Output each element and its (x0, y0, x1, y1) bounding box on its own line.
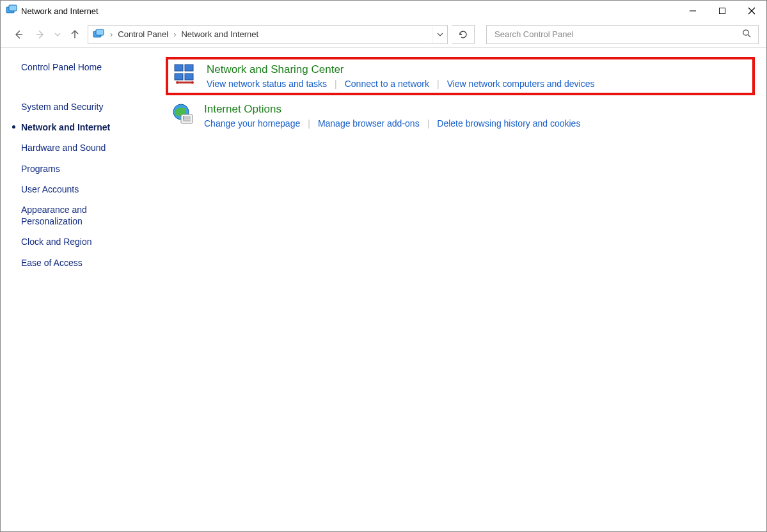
panel-network-sharing-center: Network and Sharing Center View network … (166, 57, 755, 95)
control-panel-icon (6, 4, 17, 18)
task-change-homepage[interactable]: Change your homepage (204, 118, 300, 129)
panel-title-network-sharing[interactable]: Network and Sharing Center (207, 63, 344, 76)
task-view-computers[interactable]: View network computers and devices (447, 79, 595, 89)
link-separator: | (327, 79, 345, 89)
sidebar-item-system-security[interactable]: System and Security (21, 97, 146, 117)
breadcrumb-sep-icon: › (168, 29, 181, 39)
task-view-network-status[interactable]: View network status and tasks (207, 79, 327, 89)
link-separator: | (300, 118, 318, 129)
toolbar: › Control Panel › Network and Internet (1, 21, 766, 48)
breadcrumb-sep-icon: › (105, 29, 118, 39)
link-separator: | (429, 79, 447, 89)
sidebar-item-clock-region[interactable]: Clock and Region (21, 231, 146, 252)
breadcrumb-item[interactable]: Network and Internet (181, 29, 258, 39)
address-dropdown[interactable] (432, 26, 447, 43)
breadcrumb-item[interactable]: Control Panel (118, 29, 168, 39)
svg-rect-15 (175, 74, 183, 80)
location-icon (92, 28, 105, 41)
network-sharing-icon (173, 63, 198, 88)
task-delete-history[interactable]: Delete browsing history and cookies (437, 118, 580, 129)
svg-point-19 (191, 81, 194, 84)
window-title: Network and Internet (21, 6, 678, 16)
sidebar-category-list: System and Security Network and Internet… (21, 97, 146, 273)
search-icon[interactable] (742, 29, 752, 40)
search-box[interactable] (486, 25, 759, 44)
sidebar-item-appearance[interactable]: Appearance and Personalization (21, 199, 146, 231)
sidebar-item-network-internet[interactable]: Network and Internet (21, 117, 146, 137)
content-area: Network and Sharing Center View network … (159, 48, 766, 531)
sidebar: Control Panel Home System and Security N… (1, 48, 159, 531)
panel-title-internet-options[interactable]: Internet Options (204, 103, 281, 116)
svg-rect-14 (185, 65, 193, 71)
titlebar: Network and Internet (1, 1, 766, 21)
internet-options-icon (171, 103, 195, 127)
window-frame: Network and Internet (0, 0, 767, 532)
svg-line-12 (748, 35, 750, 37)
panel-links: Change your homepage | Manage browser ad… (204, 118, 750, 129)
svg-point-18 (176, 81, 178, 84)
body: Control Panel Home System and Security N… (1, 48, 766, 531)
svg-rect-1 (9, 5, 17, 11)
control-panel-home-link[interactable]: Control Panel Home (21, 62, 102, 72)
sidebar-item-hardware-sound[interactable]: Hardware and Sound (21, 137, 146, 158)
up-button[interactable] (66, 26, 84, 43)
sidebar-item-programs[interactable]: Programs (21, 159, 146, 179)
panel-body: Network and Sharing Center View network … (207, 63, 747, 89)
link-separator: | (420, 118, 438, 129)
address-bar[interactable]: › Control Panel › Network and Internet (88, 25, 448, 44)
svg-rect-13 (175, 65, 183, 71)
task-manage-addons[interactable]: Manage browser add-ons (318, 118, 420, 129)
sidebar-item-ease-of-access[interactable]: Ease of Access (21, 253, 146, 273)
back-button[interactable] (10, 26, 28, 43)
panel-links: View network status and tasks | Connect … (207, 79, 747, 89)
minimize-button[interactable] (678, 1, 708, 21)
panel-internet-options: Internet Options Change your homepage | … (166, 99, 755, 132)
svg-rect-10 (96, 29, 104, 35)
svg-rect-3 (720, 8, 725, 14)
svg-point-11 (743, 29, 748, 35)
sidebar-item-user-accounts[interactable]: User Accounts (21, 179, 146, 199)
window-controls (678, 1, 766, 21)
recent-dropdown[interactable] (53, 26, 62, 43)
task-connect-network[interactable]: Connect to a network (345, 79, 429, 89)
svg-rect-16 (185, 74, 193, 80)
forward-button[interactable] (31, 26, 49, 43)
close-button[interactable] (737, 1, 766, 21)
svg-point-26 (183, 118, 184, 120)
refresh-button[interactable] (452, 25, 475, 44)
maximize-button[interactable] (708, 1, 737, 21)
svg-point-25 (183, 116, 184, 118)
panel-body: Internet Options Change your homepage | … (204, 103, 750, 129)
search-input[interactable] (494, 29, 742, 39)
